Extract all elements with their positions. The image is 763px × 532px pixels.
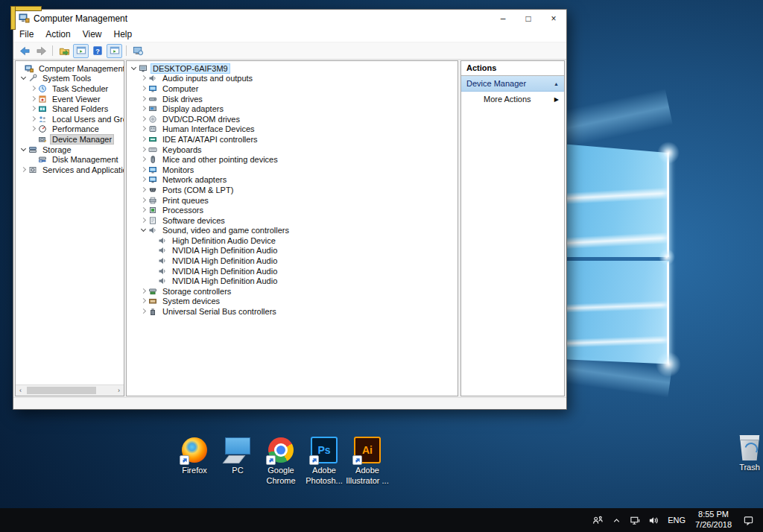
tree-item[interactable]: Sound, video and game controllers (127, 226, 458, 236)
tree-item[interactable]: Computer (127, 83, 458, 94)
tree-item[interactable]: NVIDIA High Definition Audio (127, 276, 458, 286)
tree-item[interactable]: Storage controllers (127, 286, 458, 297)
maximize-button[interactable]: □ (516, 10, 541, 27)
chevron-down-icon[interactable] (19, 145, 28, 154)
chevron-right-icon[interactable] (139, 95, 148, 104)
chevron-right-icon[interactable] (139, 206, 148, 215)
tree-item[interactable]: Ports (COM & LPT) (127, 185, 458, 195)
tree-item[interactable]: Computer Management (Local (16, 63, 124, 74)
chevron-right-icon[interactable] (139, 186, 148, 194)
tree-item[interactable]: Keyboards (127, 145, 458, 155)
scrollbar-track[interactable] (25, 386, 114, 395)
chevron-right-icon[interactable] (29, 95, 38, 104)
open-folder-button[interactable] (57, 44, 72, 57)
collapse-arrow-icon[interactable]: ▲ (554, 81, 559, 86)
tree-item[interactable]: Event Viewer (16, 94, 124, 104)
tree-item[interactable]: Services and Applications (16, 165, 124, 175)
tree-item[interactable]: Universal Serial Bus controllers (127, 306, 458, 317)
chevron-right-icon[interactable] (139, 165, 148, 174)
tree-item[interactable]: Storage (16, 145, 124, 155)
tree-item[interactable]: Shared Folders (16, 104, 124, 114)
close-button[interactable]: × (541, 10, 566, 27)
chevron-right-icon[interactable] (139, 175, 148, 184)
tree-item[interactable]: Performance (16, 124, 124, 135)
chevron-down-icon[interactable] (130, 64, 139, 73)
tree-item[interactable]: Network adapters (127, 175, 458, 186)
tree-item[interactable]: Task Scheduler (16, 83, 124, 94)
chevron-right-icon[interactable] (139, 104, 148, 113)
people-icon[interactable] (589, 508, 607, 532)
minimize-button[interactable]: – (490, 10, 516, 27)
scroll-left-arrow[interactable]: ‹ (16, 387, 25, 394)
remote-computer-button[interactable] (130, 44, 145, 57)
desktop-shortcut-firefox[interactable]: Firefox (173, 437, 216, 487)
tree-item[interactable]: DESKTOP-6AIF3M9 (127, 63, 458, 74)
chevron-right-icon[interactable] (29, 104, 38, 113)
tree-item[interactable]: Device Manager (16, 134, 124, 145)
taskbar[interactable]: ENG 8:55 PM 7/26/2018 (0, 508, 763, 532)
menu-item-action[interactable]: Action (39, 27, 76, 42)
tree-item[interactable]: Monitors (127, 165, 458, 175)
more-actions-row[interactable]: More Actions ▶ (461, 92, 564, 107)
tree-item[interactable]: Human Interface Devices (127, 124, 458, 135)
chevron-up-icon[interactable] (607, 508, 626, 532)
help-button[interactable]: ? (90, 44, 105, 57)
menu-item-view[interactable]: View (77, 27, 108, 42)
tree-item[interactable]: NVIDIA High Definition Audio (127, 266, 458, 276)
tree-item[interactable]: Print queues (127, 195, 458, 206)
actions-device-manager-row[interactable]: Device Manager ▲ (461, 76, 564, 92)
desktop-shortcut-pc[interactable]: PC (216, 437, 259, 487)
tree-item[interactable]: Mice and other pointing devices (127, 154, 458, 165)
chevron-right-icon[interactable] (139, 216, 148, 225)
chevron-right-icon[interactable] (29, 124, 38, 133)
tree-item[interactable]: Display adapters (127, 104, 458, 114)
chevron-right-icon[interactable] (29, 115, 38, 124)
chevron-down-icon[interactable] (19, 74, 28, 83)
chevron-right-icon[interactable] (29, 84, 38, 93)
tree-item[interactable]: Processors (127, 205, 458, 215)
chevron-right-icon[interactable] (139, 84, 148, 93)
horizontal-scrollbar[interactable]: ‹ › (16, 384, 124, 396)
scrollbar-thumb[interactable] (27, 387, 96, 394)
tree-item[interactable]: IDE ATA/ATAPI controllers (127, 134, 458, 145)
chevron-right-icon[interactable] (19, 165, 28, 174)
language-indicator[interactable]: ENG (663, 516, 690, 525)
desktop-shortcut-adobe-illustrator[interactable]: AiAdobe Illustrator ... (346, 437, 389, 487)
menu-item-help[interactable]: Help (108, 27, 139, 42)
tree-item[interactable]: DVD/CD-ROM drives (127, 114, 458, 124)
back-button[interactable] (17, 44, 32, 57)
chevron-right-icon[interactable] (139, 155, 148, 164)
scroll-right-arrow[interactable]: › (114, 387, 124, 394)
tree-item[interactable]: System devices (127, 297, 458, 307)
forward-button[interactable] (34, 44, 48, 57)
desktop-shortcut-google-chrome[interactable]: Google Chrome (259, 437, 303, 487)
chevron-right-icon[interactable] (139, 307, 148, 316)
chevron-right-icon[interactable] (139, 196, 148, 205)
chevron-right-icon[interactable] (139, 287, 148, 296)
chevron-right-icon[interactable] (139, 74, 148, 83)
show-console-tree-button[interactable] (73, 44, 89, 58)
chevron-down-icon[interactable] (139, 226, 148, 235)
network-icon[interactable] (626, 508, 645, 532)
tree-item[interactable]: Disk drives (127, 94, 458, 104)
show-action-pane-button[interactable] (107, 44, 122, 58)
chevron-right-icon[interactable] (139, 297, 148, 305)
tree-item[interactable]: High Definition Audio Device (127, 235, 458, 246)
volume-icon[interactable] (645, 508, 663, 532)
tree-item[interactable]: System Tools (16, 74, 124, 84)
recycle-bin-shortcut[interactable]: Trash (729, 435, 763, 473)
chevron-right-icon[interactable] (139, 135, 148, 144)
tree-item[interactable]: Disk Management (16, 154, 124, 165)
tree-item[interactable]: NVIDIA High Definition Audio (127, 246, 458, 256)
chevron-right-icon[interactable] (139, 124, 148, 133)
action-center-icon[interactable] (737, 508, 760, 532)
menu-item-file[interactable]: File (13, 27, 39, 42)
tree-item[interactable]: Local Users and Groups (16, 114, 124, 124)
taskbar-clock[interactable]: 8:55 PM 7/26/2018 (690, 510, 737, 531)
desktop-shortcut-adobe-photosh[interactable]: PsAdobe Photosh... (303, 437, 346, 487)
chevron-right-icon[interactable] (139, 115, 148, 124)
chevron-right-icon[interactable] (139, 145, 148, 154)
tree-item[interactable]: Software devices (127, 215, 458, 226)
title-bar[interactable]: Computer Management – □ × (13, 10, 566, 27)
tree-item[interactable]: Audio inputs and outputs (127, 74, 458, 84)
